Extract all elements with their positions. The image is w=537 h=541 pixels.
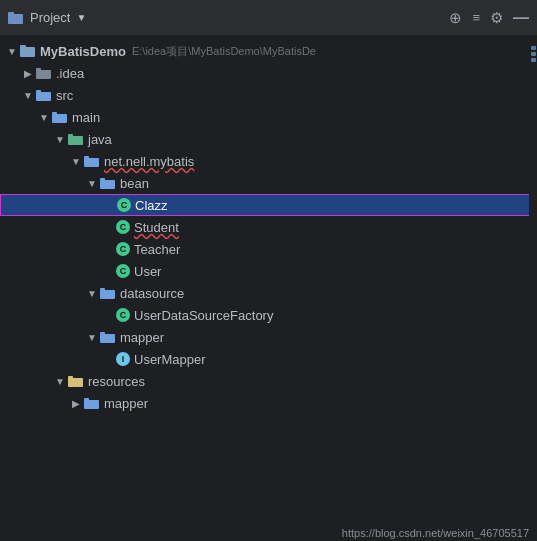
tree-item-path-mybatisdemo: E:\idea项目\MyBatisDemo\MyBatisDe xyxy=(132,44,316,59)
svg-rect-5 xyxy=(36,68,41,72)
folder-icon-main xyxy=(52,109,68,125)
tree-item-teacher[interactable]: C Teacher xyxy=(0,238,537,260)
tree-item-resources[interactable]: resources xyxy=(0,370,537,392)
svg-rect-1 xyxy=(8,12,14,16)
folder-icon-idea xyxy=(36,65,52,81)
folder-icon-datasource xyxy=(100,285,116,301)
tree-arrow-main[interactable] xyxy=(36,109,52,125)
svg-rect-7 xyxy=(36,90,41,94)
tree-item-name-datasource: datasource xyxy=(120,286,184,301)
tree-item-usermapper[interactable]: I UserMapper xyxy=(0,348,537,370)
folder-icon-mybatisdemo xyxy=(20,43,36,59)
project-panel: Project ▼ ⊕ ≡ ⚙ — MyBatisDemo E:\idea项目\… xyxy=(0,0,537,541)
minimize-icon[interactable]: — xyxy=(513,10,529,26)
tree-arrow-resources[interactable] xyxy=(52,373,68,389)
class-icon-userdatasourcefactory: C xyxy=(116,308,130,322)
folder-icon-mapper xyxy=(100,329,116,345)
svg-rect-3 xyxy=(20,45,26,49)
scope-icon[interactable]: ⊕ xyxy=(449,9,462,27)
folder-icon-bean xyxy=(100,175,116,191)
tree-item-mapper2[interactable]: mapper xyxy=(0,392,537,414)
tree-item-main[interactable]: main xyxy=(0,106,537,128)
tree-item-idea[interactable]: .idea xyxy=(0,62,537,84)
tree-item-name-main: main xyxy=(72,110,100,125)
tree-arrow-datasource[interactable] xyxy=(84,285,100,301)
tree-item-name-resources: resources xyxy=(88,374,145,389)
tree-item-name-student: Student xyxy=(134,220,179,235)
tree-item-datasource[interactable]: datasource xyxy=(0,282,537,304)
tree-arrow-userdatasource-empty xyxy=(100,307,116,323)
svg-rect-17 xyxy=(100,288,105,292)
tree-item-name-idea: .idea xyxy=(56,66,84,81)
tree-item-student[interactable]: C Student xyxy=(0,216,537,238)
tree-item-clazz[interactable]: C Clazz xyxy=(0,194,537,216)
tree-item-name-mapper2: mapper xyxy=(104,396,148,411)
tree-item-name-userdatasourcefactory: UserDataSourceFactory xyxy=(134,308,273,323)
tree-item-name-teacher: Teacher xyxy=(134,242,180,257)
folder-icon-mapper2 xyxy=(84,395,100,411)
tooltip-text: https://blog.csdn.net/weixin_46705517 xyxy=(342,527,529,539)
class-icon-user: C xyxy=(116,264,130,278)
folder-icon-resources xyxy=(68,373,84,389)
panel-chevron-icon[interactable]: ▼ xyxy=(76,12,86,23)
tree-item-name-java: java xyxy=(88,132,112,147)
tree-item-net-nell-mybatis[interactable]: net.nell.mybatis xyxy=(0,150,537,172)
svg-rect-19 xyxy=(100,332,105,336)
tree-item-name-user: User xyxy=(134,264,161,279)
tree-arrow-user-empty xyxy=(100,263,116,279)
class-icon-clazz: C xyxy=(117,198,131,212)
tree-item-user[interactable]: C User xyxy=(0,260,537,282)
collapse-all-icon[interactable]: ≡ xyxy=(472,10,480,25)
folder-icon-net-nell-mybatis xyxy=(84,153,100,169)
panel-header: Project ▼ ⊕ ≡ ⚙ — xyxy=(0,0,537,36)
tree-arrow-java[interactable] xyxy=(52,131,68,147)
tree-arrow-net-nell-mybatis[interactable] xyxy=(68,153,84,169)
panel-title: Project xyxy=(30,10,70,25)
svg-rect-21 xyxy=(68,376,73,380)
tree-item-name-bean: bean xyxy=(120,176,149,191)
class-icon-student: C xyxy=(116,220,130,234)
tooltip-bar: https://blog.csdn.net/weixin_46705517 xyxy=(334,525,537,541)
tree-item-mapper[interactable]: mapper xyxy=(0,326,537,348)
tree-arrow-idea[interactable] xyxy=(20,65,36,81)
tree-arrow-teacher-empty xyxy=(100,241,116,257)
scrollbar-track xyxy=(529,36,537,541)
panel-folder-icon xyxy=(8,11,24,25)
svg-rect-9 xyxy=(52,112,57,116)
tree-item-java[interactable]: java xyxy=(0,128,537,150)
tree-arrow-mapper2[interactable] xyxy=(68,395,84,411)
tree-item-mybatisdemo[interactable]: MyBatisDemo E:\idea项目\MyBatisDemo\MyBati… xyxy=(0,40,537,62)
tree-item-bean[interactable]: bean xyxy=(0,172,537,194)
folder-icon-src xyxy=(36,87,52,103)
tree-item-name-usermapper: UserMapper xyxy=(134,352,206,367)
svg-rect-11 xyxy=(68,134,73,138)
tree-item-name-mybatisdemo: MyBatisDemo xyxy=(40,44,126,59)
svg-rect-13 xyxy=(84,156,89,160)
svg-rect-15 xyxy=(100,178,105,182)
tree-item-src[interactable]: src xyxy=(0,84,537,106)
scroll-marker-3 xyxy=(531,58,536,62)
tree-arrow-student-empty xyxy=(100,219,116,235)
scroll-marker-1 xyxy=(531,46,536,50)
settings-icon[interactable]: ⚙ xyxy=(490,9,503,27)
tree-arrow-clazz-empty xyxy=(101,197,117,213)
tree-item-name-src: src xyxy=(56,88,73,103)
tree-item-userdatasourcefactory[interactable]: C UserDataSourceFactory xyxy=(0,304,537,326)
tree-arrow-src[interactable] xyxy=(20,87,36,103)
class-icon-usermapper: I xyxy=(116,352,130,366)
tree-arrow-bean[interactable] xyxy=(84,175,100,191)
tree-item-name-mapper: mapper xyxy=(120,330,164,345)
tree-arrow-usermapper-empty xyxy=(100,351,116,367)
header-actions: ⊕ ≡ ⚙ — xyxy=(449,9,529,27)
class-icon-teacher: C xyxy=(116,242,130,256)
tree-arrow-mybatisdemo[interactable] xyxy=(4,43,20,59)
header-left: Project ▼ xyxy=(8,10,86,25)
svg-rect-23 xyxy=(84,398,89,402)
tree-item-name-clazz: Clazz xyxy=(135,198,168,213)
project-tree[interactable]: MyBatisDemo E:\idea项目\MyBatisDemo\MyBati… xyxy=(0,36,537,541)
tree-arrow-mapper[interactable] xyxy=(84,329,100,345)
scroll-marker-2 xyxy=(531,52,536,56)
folder-icon-java xyxy=(68,131,84,147)
tree-item-name-net-nell-mybatis: net.nell.mybatis xyxy=(104,154,194,169)
